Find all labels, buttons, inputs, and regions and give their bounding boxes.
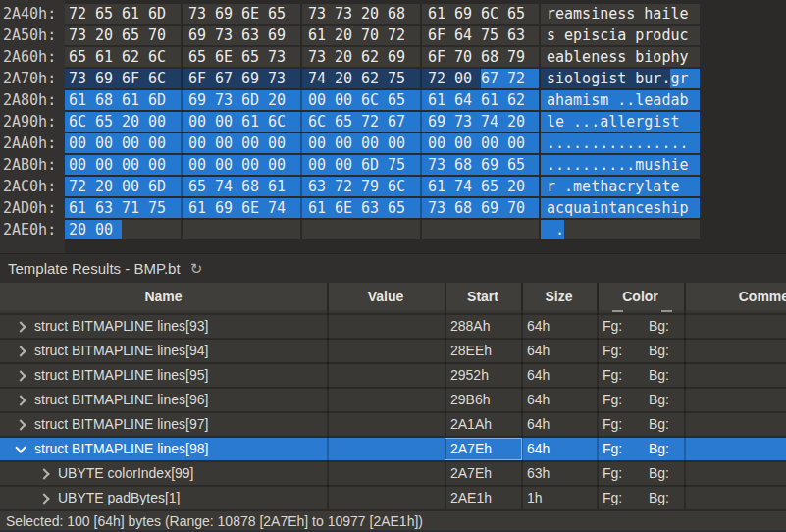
hex-byte[interactable]: 6D xyxy=(148,177,175,196)
hex-byte[interactable]: 65 xyxy=(69,47,95,67)
hex-byte[interactable]: 67 xyxy=(481,69,507,88)
ascii-text[interactable]: ................ xyxy=(547,133,689,153)
hex-strip[interactable]: 6168616D69736D2000006C6561646162ahamism … xyxy=(65,90,700,110)
hex-byte[interactable]: 00 xyxy=(95,133,122,153)
hex-byte[interactable]: 69 xyxy=(481,198,507,218)
hex-byte[interactable]: 75 xyxy=(148,198,175,218)
hex-byte[interactable]: 69 xyxy=(215,198,241,218)
hex-byte[interactable]: 74 xyxy=(268,198,294,218)
hex-byte[interactable]: 62 xyxy=(507,90,534,110)
hex-bytes-zone[interactable]: 6163717561696E74616E636573686970 xyxy=(65,198,539,218)
column-header-size[interactable]: Size xyxy=(521,283,597,310)
hex-byte[interactable]: 73 xyxy=(308,47,335,67)
ascii-text[interactable]: ahamism ..leadab xyxy=(547,90,689,110)
hex-byte[interactable]: 61 xyxy=(69,90,95,110)
hex-bytes-zone[interactable]: 00000000000000000000000000000000 xyxy=(65,133,539,153)
hex-byte[interactable]: 00 xyxy=(507,133,534,153)
hex-byte[interactable]: 61 xyxy=(428,4,454,24)
hex-byte[interactable]: 75 xyxy=(481,26,507,45)
chevron-right-icon[interactable] xyxy=(15,346,26,356)
hex-byte[interactable]: 69 xyxy=(95,69,122,88)
hex-byte[interactable]: 73 xyxy=(428,198,454,218)
hex-byte[interactable]: 20 xyxy=(335,26,361,45)
hex-byte[interactable]: 6C xyxy=(148,47,175,67)
template-row[interactable]: struct BITMAPLINE lines[93]288Ah64hFg:Bg… xyxy=(0,315,786,338)
hex-bytes-zone[interactable]: 73696F6C6F6769737420627572006772 xyxy=(65,69,539,88)
hex-byte[interactable]: 63 xyxy=(241,26,268,45)
hex-byte[interactable]: 61 xyxy=(308,26,335,45)
hex-byte[interactable]: 72 xyxy=(388,26,414,45)
hex-byte[interactable]: 65 xyxy=(188,47,215,67)
hex-byte[interactable]: 63 xyxy=(95,198,122,218)
hex-byte[interactable]: 00 xyxy=(69,155,95,175)
column-header-comment[interactable]: Comment xyxy=(684,283,786,310)
hex-byte[interactable]: 00 xyxy=(428,133,454,153)
hex-byte[interactable]: 73 xyxy=(335,4,361,24)
hex-byte[interactable]: 69 xyxy=(188,26,215,45)
hex-byte[interactable]: 00 xyxy=(69,133,95,153)
hex-byte[interactable]: 6E xyxy=(215,47,241,67)
hex-byte[interactable]: 61 xyxy=(481,90,507,110)
ascii-text[interactable]: eableness biophy xyxy=(547,47,689,67)
hex-byte[interactable]: 6C xyxy=(481,4,507,24)
ascii-zone[interactable]: ................ xyxy=(541,133,700,153)
hex-byte[interactable]: 65 xyxy=(241,47,268,67)
hex-strip[interactable]: 6163717561696E74616E636573686970acquaint… xyxy=(65,198,700,218)
hex-byte[interactable]: 75 xyxy=(388,69,414,88)
template-row[interactable]: UBYTE padBytes[1]2AE1h1hFg:Bg: xyxy=(0,487,786,509)
hex-bytes-zone[interactable]: 6561626C656E6573732062696F706879 xyxy=(65,47,539,67)
hex-byte[interactable]: 00 xyxy=(335,133,361,153)
hex-byte[interactable]: 6D xyxy=(148,4,175,24)
hex-byte[interactable]: 00 xyxy=(148,155,175,175)
hex-byte[interactable]: 00 xyxy=(335,90,361,110)
hex-byte[interactable]: 20 xyxy=(95,26,122,45)
hex-byte[interactable]: 73 xyxy=(69,69,95,88)
hex-byte[interactable]: 61 xyxy=(188,198,215,218)
hex-byte[interactable]: 00 xyxy=(308,155,335,175)
template-row[interactable]: struct BITMAPLINE lines[97]2A1Ah64hFg:Bg… xyxy=(0,413,786,436)
hex-byte[interactable]: 73 xyxy=(268,69,294,88)
template-row[interactable]: struct BITMAPLINE lines[95]2952h64hFg:Bg… xyxy=(0,364,786,387)
hex-byte[interactable]: 6F xyxy=(122,69,148,88)
hex-byte[interactable]: 65 xyxy=(268,4,294,24)
hex-byte[interactable]: 6C xyxy=(69,112,95,132)
hex-byte[interactable]: 69 xyxy=(388,47,414,67)
template-row[interactable]: struct BITMAPLINE lines[94]28EEh64hFg:Bg… xyxy=(0,340,786,362)
hex-byte[interactable]: 73 xyxy=(428,155,454,175)
ascii-text[interactable]: acquaintanceship xyxy=(547,198,689,218)
hex-byte[interactable]: 65 xyxy=(95,4,122,24)
hex-byte[interactable]: 65 xyxy=(481,177,507,196)
hex-byte[interactable]: 00 xyxy=(268,155,294,175)
hex-byte[interactable]: 6D xyxy=(361,155,388,175)
hex-byte[interactable]: 00 xyxy=(388,133,414,153)
hex-byte[interactable]: 61 xyxy=(95,47,122,67)
hex-byte[interactable]: 69 xyxy=(215,4,241,24)
hex-byte[interactable]: 69 xyxy=(241,69,268,88)
hex-strip[interactable]: 6561626C656E6573732062696F706879eablenes… xyxy=(65,47,700,67)
hex-byte[interactable]: 72 xyxy=(428,69,454,88)
hex-byte[interactable]: 62 xyxy=(361,69,388,88)
column-header-color[interactable]: Color xyxy=(597,283,684,310)
ascii-text[interactable]: reamsiness haile xyxy=(547,4,689,24)
chevron-right-icon[interactable] xyxy=(15,370,26,381)
hex-byte[interactable]: 00 xyxy=(188,112,215,132)
hex-byte[interactable]: 63 xyxy=(308,177,335,196)
hex-byte[interactable]: 62 xyxy=(361,47,388,67)
hex-byte[interactable]: 74 xyxy=(454,177,481,196)
hex-byte[interactable]: 00 xyxy=(215,112,241,132)
hex-byte[interactable]: 6C xyxy=(308,112,335,132)
hex-byte[interactable]: 6C xyxy=(361,90,388,110)
hex-byte[interactable]: 73 xyxy=(188,4,215,24)
hex-byte[interactable]: 61 xyxy=(122,4,148,24)
hex-byte[interactable]: 00 xyxy=(122,155,148,175)
chevron-right-icon[interactable] xyxy=(15,419,26,430)
hex-byte[interactable]: 6E xyxy=(241,198,268,218)
hex-bytes-zone[interactable]: 7265616D73696E657373206861696C65 xyxy=(65,4,539,24)
hex-byte[interactable]: 6C xyxy=(388,177,414,196)
hex-byte[interactable]: 61 xyxy=(69,198,95,218)
column-header-start[interactable]: Start xyxy=(445,283,521,310)
hex-byte[interactable]: 20 xyxy=(507,177,534,196)
hex-byte[interactable]: 00 xyxy=(308,133,335,153)
hex-byte[interactable]: 6F xyxy=(428,47,454,67)
template-row[interactable]: struct BITMAPLINE lines[96]29B6h64hFg:Bg… xyxy=(0,389,786,411)
